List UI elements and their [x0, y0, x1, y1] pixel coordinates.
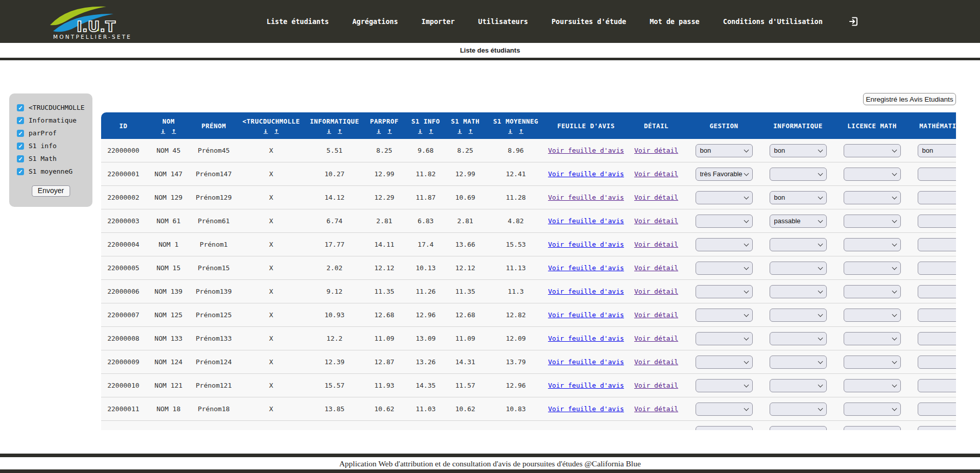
- voir-detail-link[interactable]: Voir détail: [634, 217, 678, 225]
- column-header-trucduchmolle[interactable]: <TRUCDUCHMOLLE↓↑: [236, 112, 306, 139]
- voir-feuille-avis-link[interactable]: Voir feuille d'avis: [548, 335, 624, 342]
- licence-math-select[interactable]: [844, 168, 901, 181]
- voir-feuille-avis-link[interactable]: Voir feuille d'avis: [548, 358, 624, 366]
- voir-detail-link[interactable]: Voir détail: [634, 170, 678, 178]
- nav-item-liste-tudiants[interactable]: Liste étudiants: [267, 17, 329, 26]
- sort-desc-icon[interactable]: ↓: [418, 127, 422, 134]
- licence-math-select[interactable]: [844, 356, 901, 369]
- gestion-select[interactable]: [696, 191, 753, 204]
- informatique-avis-select[interactable]: [770, 238, 827, 251]
- gestion-select[interactable]: [696, 238, 753, 251]
- gestion-select[interactable]: [696, 262, 753, 275]
- voir-feuille-avis-link[interactable]: Voir feuille d'avis: [548, 405, 624, 413]
- mathematiques-select[interactable]: [918, 356, 957, 369]
- checkbox-checked-icon[interactable]: ✓: [17, 168, 24, 175]
- gestion-select[interactable]: [696, 426, 753, 431]
- filter-checkbox-row[interactable]: ✓S1 moyenneG: [17, 165, 92, 178]
- checkbox-checked-icon[interactable]: ✓: [17, 155, 24, 162]
- licence-math-select[interactable]: [844, 403, 901, 416]
- sort-asc-icon[interactable]: ↑: [469, 127, 473, 134]
- mathematiques-select[interactable]: [918, 309, 957, 322]
- voir-detail-link[interactable]: Voir détail: [634, 382, 678, 389]
- nav-item-mot-de-passe[interactable]: Mot de passe: [650, 17, 700, 26]
- sort-desc-icon[interactable]: ↓: [508, 127, 512, 134]
- informatique-avis-select[interactable]: bon: [770, 191, 827, 204]
- licence-math-select[interactable]: [844, 238, 901, 251]
- nav-item-poursuites-d-tude[interactable]: Poursuites d'étude: [552, 17, 626, 26]
- voir-detail-link[interactable]: Voir détail: [634, 311, 678, 319]
- sort-desc-icon[interactable]: ↓: [161, 127, 165, 134]
- nav-item-conditions-d-utilisation[interactable]: Conditions d'Utilisation: [723, 17, 823, 26]
- checkbox-checked-icon[interactable]: ✓: [17, 130, 24, 137]
- gestion-select[interactable]: très Favorable: [696, 168, 753, 181]
- informatique-avis-select[interactable]: [770, 379, 827, 392]
- informatique-avis-select[interactable]: [770, 285, 827, 298]
- mathematiques-select[interactable]: [918, 262, 957, 275]
- voir-detail-link[interactable]: Voir détail: [634, 147, 678, 154]
- mathematiques-select[interactable]: [918, 215, 957, 228]
- mathematiques-select[interactable]: [918, 332, 957, 345]
- checkbox-checked-icon[interactable]: ✓: [17, 104, 24, 111]
- filter-checkbox-row[interactable]: ✓S1 info: [17, 139, 92, 152]
- voir-feuille-avis-link[interactable]: Voir feuille d'avis: [548, 311, 624, 319]
- voir-detail-link[interactable]: Voir détail: [634, 288, 678, 295]
- informatique-avis-select[interactable]: [770, 356, 827, 369]
- voir-feuille-avis-link[interactable]: Voir feuille d'avis: [548, 170, 624, 178]
- voir-detail-link[interactable]: Voir détail: [634, 264, 678, 272]
- informatique-avis-select[interactable]: [770, 426, 827, 431]
- sort-asc-icon[interactable]: ↑: [429, 127, 433, 134]
- gestion-select[interactable]: [696, 332, 753, 345]
- sort-desc-icon[interactable]: ↓: [264, 127, 268, 134]
- gestion-select[interactable]: [696, 215, 753, 228]
- filter-checkbox-row[interactable]: ✓parProf: [17, 127, 92, 139]
- sort-asc-icon[interactable]: ↑: [388, 127, 392, 134]
- voir-feuille-avis-link[interactable]: Voir feuille d'avis: [548, 264, 624, 272]
- informatique-avis-select[interactable]: [770, 403, 827, 416]
- filter-checkbox-row[interactable]: ✓<TRUCDUCHMOLLE: [17, 101, 92, 114]
- gestion-select[interactable]: [696, 379, 753, 392]
- mathematiques-select[interactable]: [918, 426, 957, 431]
- mathematiques-select[interactable]: bon: [918, 144, 957, 157]
- voir-feuille-avis-link[interactable]: Voir feuille d'avis: [548, 382, 624, 389]
- nav-item-importer[interactable]: Importer: [421, 17, 455, 26]
- sort-desc-icon[interactable]: ↓: [377, 127, 381, 134]
- licence-math-select[interactable]: [844, 262, 901, 275]
- column-header-s1-math[interactable]: S1 MATH↓↑: [445, 112, 485, 139]
- mathematiques-select[interactable]: [918, 238, 957, 251]
- gestion-select[interactable]: [696, 285, 753, 298]
- mathematiques-select[interactable]: [918, 285, 957, 298]
- informatique-avis-select[interactable]: passable: [770, 215, 827, 228]
- mathematiques-select[interactable]: [918, 191, 957, 204]
- gestion-select[interactable]: [696, 356, 753, 369]
- licence-math-select[interactable]: [844, 426, 901, 431]
- column-header-nom[interactable]: NOM↓↑: [146, 112, 192, 139]
- nav-item-agr-gations[interactable]: Agrégations: [352, 17, 398, 26]
- envoyer-button[interactable]: Envoyer: [32, 185, 70, 197]
- gestion-select[interactable]: [696, 309, 753, 322]
- nav-item-utilisateurs[interactable]: Utilisateurs: [478, 17, 528, 26]
- sort-asc-icon[interactable]: ↑: [338, 127, 342, 134]
- sort-desc-icon[interactable]: ↓: [327, 127, 331, 134]
- column-header-parprof[interactable]: PARPROF↓↑: [363, 112, 406, 139]
- licence-math-select[interactable]: [844, 332, 901, 345]
- voir-detail-link[interactable]: Voir détail: [634, 241, 678, 248]
- sort-desc-icon[interactable]: ↓: [458, 127, 462, 134]
- column-header-informatique[interactable]: INFORMATIQUE↓↑: [306, 112, 363, 139]
- licence-math-select[interactable]: [844, 379, 901, 392]
- save-avis-button[interactable]: Enregistré les Avis Etudiants: [863, 93, 956, 105]
- voir-detail-link[interactable]: Voir détail: [634, 405, 678, 413]
- gestion-select[interactable]: [696, 403, 753, 416]
- informatique-avis-select[interactable]: [770, 168, 827, 181]
- mathematiques-select[interactable]: [918, 379, 957, 392]
- filter-checkbox-row[interactable]: ✓Informatique: [17, 114, 92, 127]
- voir-feuille-avis-link[interactable]: Voir feuille d'avis: [548, 288, 624, 295]
- gestion-select[interactable]: bon: [696, 144, 753, 157]
- informatique-avis-select[interactable]: [770, 332, 827, 345]
- licence-math-select[interactable]: [844, 191, 901, 204]
- licence-math-select[interactable]: [844, 144, 901, 157]
- mathematiques-select[interactable]: [918, 168, 957, 181]
- voir-detail-link[interactable]: Voir détail: [634, 194, 678, 201]
- checkbox-checked-icon[interactable]: ✓: [17, 117, 24, 124]
- checkbox-checked-icon[interactable]: ✓: [17, 143, 24, 150]
- filter-checkbox-row[interactable]: ✓S1 Math: [17, 152, 92, 165]
